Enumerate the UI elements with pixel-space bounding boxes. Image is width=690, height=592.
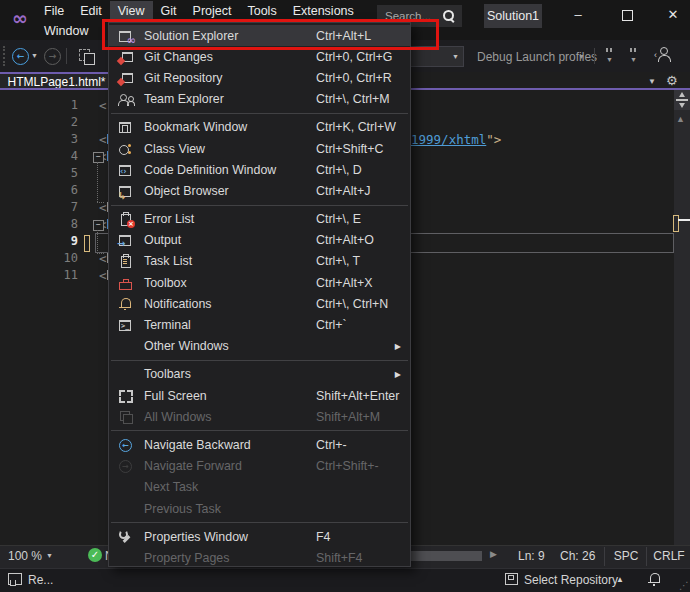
menu-item-shortcut: Ctrl+Alt+J — [316, 184, 370, 198]
menu-item-label: Other Windows — [144, 339, 229, 353]
menubar-item-git[interactable]: Git — [153, 1, 185, 21]
navigate-backward-dropdown-icon[interactable]: ▼ — [31, 52, 38, 59]
toolbar-grip[interactable] — [3, 46, 8, 66]
menubar-item-file[interactable]: File — [36, 1, 72, 21]
menu-item-other-windows[interactable]: Other Windows▶ — [109, 336, 410, 357]
minimize-button[interactable]: – — [560, 2, 596, 28]
toolbar-quote-icon-2[interactable]: ▼ — [628, 48, 644, 64]
line-number-9: 9 — [28, 233, 78, 250]
menu-separator — [111, 522, 408, 523]
menu-item-label: Team Explorer — [144, 92, 224, 106]
menu-item-error-list[interactable]: ×Error ListCtrl+\, E — [109, 209, 410, 230]
menubar-item-edit[interactable]: Edit — [72, 1, 110, 21]
menu-item-label: Git Changes — [144, 50, 213, 64]
properties-window-icon — [118, 529, 134, 545]
menubar-item-extensions[interactable]: Extensions — [285, 1, 362, 21]
menu-separator — [111, 360, 408, 361]
menu-item-toolbox[interactable]: ToolboxCtrl+Alt+X — [109, 272, 410, 293]
menu-item-notifications[interactable]: NotificationsCtrl+\, Ctrl+N — [109, 293, 410, 314]
line-number-8: 8 — [28, 216, 78, 233]
code-definition-window-icon: ‹› — [118, 162, 134, 178]
horizontal-scrollbar-thumb[interactable] — [408, 551, 482, 561]
menubar-item-view[interactable]: View — [110, 1, 153, 21]
menu-item-navigate-backward[interactable]: ←Navigate BackwardCtrl+- — [109, 434, 410, 455]
maximize-button[interactable] — [609, 2, 645, 28]
new-project-icon[interactable] — [78, 47, 98, 65]
chevron-down-icon[interactable]: ▼ — [578, 53, 585, 60]
line-ending-indicator[interactable]: CRLF — [648, 549, 690, 563]
fold-guide-line — [97, 162, 99, 202]
code-fragment-line3: < — [99, 131, 107, 148]
menubar-item-project[interactable]: Project — [185, 1, 240, 21]
spaces-indicator[interactable]: SPC — [606, 549, 646, 563]
menu-item-full-screen[interactable]: Full ScreenShift+Alt+Enter — [109, 385, 410, 406]
background-tasks-icon[interactable] — [8, 573, 23, 586]
line-indicator[interactable]: Ln: 9 — [518, 549, 545, 563]
full-screen-icon — [118, 388, 134, 404]
blank-icon — [118, 501, 134, 517]
gear-icon[interactable]: ⚙ — [666, 73, 678, 88]
char-indicator[interactable]: Ch: 26 — [560, 549, 595, 563]
menu-item-shortcut: Ctrl+\, E — [316, 212, 361, 226]
menu-bar: FileEditViewGitProjectToolsExtensions — [36, 1, 362, 21]
menu-item-shortcut: Ctrl+Alt+O — [316, 233, 374, 247]
menu-item-git-repository[interactable]: Git RepositoryCtrl+0, Ctrl+R — [109, 67, 410, 88]
zoom-level[interactable]: 100 % — [8, 549, 42, 563]
menu-separator — [111, 430, 408, 431]
menu-item-task-list[interactable]: Task ListCtrl+\, T — [109, 251, 410, 272]
chevron-up-icon[interactable]: ▲ — [616, 575, 624, 584]
navigate-backward-icon: ← — [118, 437, 134, 453]
search-icon[interactable] — [442, 9, 456, 23]
resize-grip[interactable]: ⋰ — [679, 580, 689, 591]
menu-item-shortcut: Ctrl+\, D — [316, 163, 362, 177]
menu-item-property-pages: Property PagesShift+F4 — [109, 547, 410, 567]
scrollbar-right-arrow[interactable]: ▶ — [490, 549, 497, 559]
terminal-icon: >_ — [118, 317, 134, 333]
menu-item-object-browser[interactable]: ↳Object BrowserCtrl+Alt+J — [109, 180, 410, 201]
menu-item-bookmark-window[interactable]: Bookmark WindowCtrl+K, Ctrl+W — [109, 117, 410, 138]
menubar-item-tools[interactable]: Tools — [239, 1, 284, 21]
menu-item-label: Properties Window — [144, 530, 248, 544]
menu-item-shortcut: Ctrl+\, T — [316, 254, 360, 268]
select-repository-button[interactable]: Select Repository — [524, 573, 618, 587]
submenu-arrow-icon: ▶ — [395, 370, 401, 379]
menu-item-previous-task: Previous Task — [109, 498, 410, 519]
menu-item-terminal[interactable]: >_TerminalCtrl+` — [109, 314, 410, 335]
menu-item-label: Code Definition Window — [144, 163, 276, 177]
menu-item-label: Navigate Forward — [144, 459, 242, 473]
solution-badge[interactable]: Solution1 — [484, 4, 542, 28]
vertical-scrollbar[interactable] — [674, 90, 690, 545]
active-files-dropdown-icon[interactable]: ▼ — [648, 77, 656, 86]
toolbar-quote-icon-1[interactable]: ▼ — [604, 48, 620, 64]
menu-item-label: Toolbars — [144, 367, 191, 381]
editor-splitter-handle[interactable] — [674, 90, 690, 110]
menu-item-shortcut: Shift+F4 — [316, 551, 363, 565]
scrollbar-up-arrow[interactable]: ▲ — [676, 114, 685, 124]
menu-item-shortcut: Ctrl+Shift+- — [316, 459, 379, 473]
menubar-item-window[interactable]: Window — [36, 21, 96, 39]
toolbar-separator — [66, 48, 67, 64]
menu-item-code-definition-window[interactable]: ‹›Code Definition WindowCtrl+\, D — [109, 159, 410, 180]
chevron-down-icon[interactable]: ▼ — [46, 552, 53, 559]
menu-item-class-view[interactable]: Class ViewCtrl+Shift+C — [109, 138, 410, 159]
close-button[interactable]: ✕ — [655, 2, 690, 28]
health-check-icon[interactable]: ✓ — [88, 548, 102, 562]
menu-item-properties-window[interactable]: Properties WindowF4 — [109, 526, 410, 547]
menu-item-output[interactable]: →OutputCtrl+Alt+O — [109, 230, 410, 251]
menu-item-shortcut: Ctrl+\, Ctrl+N — [316, 297, 388, 311]
menu-item-toolbars[interactable]: Toolbars▶ — [109, 364, 410, 385]
line-number-1: 1 — [28, 97, 78, 114]
live-share-icon[interactable]: ‹ — [654, 46, 672, 64]
output-icon: → — [118, 232, 134, 248]
navigate-backward-button[interactable]: ← — [12, 48, 29, 65]
code-fragment-line1: < — [99, 97, 107, 114]
repository-icon[interactable] — [505, 573, 518, 585]
navigate-forward-button[interactable]: → — [44, 48, 61, 65]
modified-line-marker — [84, 235, 90, 252]
notifications-bell-icon[interactable] — [648, 572, 662, 587]
menu-item-label: Class View — [144, 142, 205, 156]
line-number-7: 7 — [28, 199, 78, 216]
menu-item-shortcut: Shift+Alt+Enter — [316, 389, 399, 403]
menu-item-team-explorer[interactable]: Team ExplorerCtrl+\, Ctrl+M — [109, 89, 410, 110]
menu-item-shortcut: Ctrl+- — [316, 438, 347, 452]
